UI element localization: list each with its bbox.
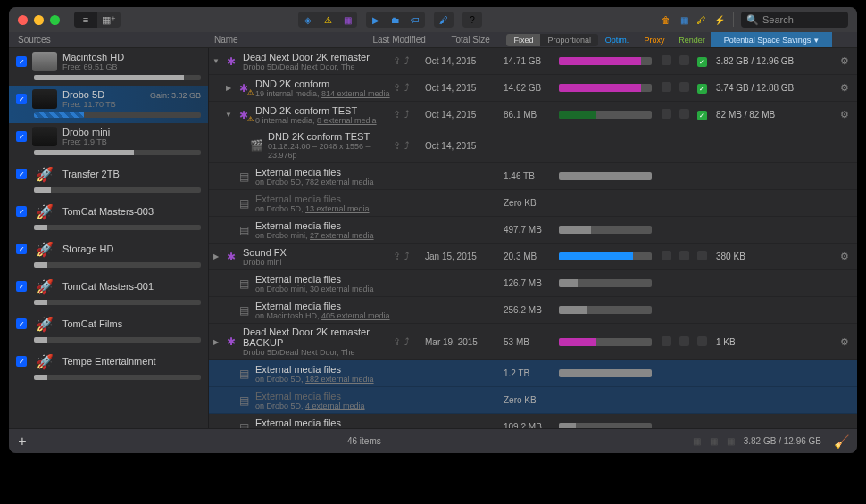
source-item[interactable]: ✓ Drobo mini Free: 1.9 TB <box>9 123 208 161</box>
source-checkbox[interactable]: ✓ <box>16 131 27 142</box>
header-potential[interactable]: Potential Space Savings ▾ <box>711 32 832 47</box>
list-view-button[interactable]: ≡ <box>74 12 97 28</box>
row-checkbox[interactable] <box>657 336 675 348</box>
seg-proportional[interactable]: Proportional <box>540 34 598 46</box>
source-item[interactable]: ✓ Drobo 5D Free: 11.70 TB Gain: 3.82 GB <box>9 86 208 123</box>
source-checkbox[interactable]: ✓ <box>16 318 27 329</box>
warning-filter-icon[interactable]: ⚠ <box>318 12 337 28</box>
reveal-icon[interactable]: ⇪ <box>393 251 401 262</box>
view-mode-segment[interactable]: ≡ ▦⁺ <box>74 12 121 28</box>
tag-icon[interactable]: 🏷 <box>405 12 425 28</box>
row-gear[interactable]: ⚙ <box>832 109 857 120</box>
disclosure-icon[interactable]: ▼ <box>209 57 223 65</box>
action-icons[interactable]: ⇪⤴ <box>393 140 425 152</box>
tool4-icon[interactable]: ⚡ <box>713 13 726 26</box>
action-icons[interactable]: ⇪⤴ <box>393 251 425 262</box>
eject-icon[interactable]: ⤴ <box>404 82 410 94</box>
seg-fixed[interactable]: Fixed <box>506 34 540 46</box>
header-name[interactable]: Name <box>209 35 340 45</box>
reveal-icon[interactable]: ⇪ <box>393 109 401 120</box>
library-list[interactable]: ▼ ✱ Dead Next Door 2K remaster Drobo 5D/… <box>209 48 857 428</box>
row-checkbox[interactable] <box>675 336 693 348</box>
disclosure-icon[interactable]: ▶ <box>209 252 223 260</box>
disclosure-icon[interactable]: ▼ <box>209 111 236 119</box>
list-row[interactable]: ▤ External media files on Drobo 5D, 182 … <box>209 360 857 387</box>
source-item[interactable]: ✓ 🚀 TomCat Masters-003 <box>9 198 208 235</box>
list-row[interactable]: ▶ ✱⚠ DND 2K conform 19 internal media, 8… <box>209 75 857 102</box>
row-checkbox[interactable] <box>657 82 675 94</box>
filter-icon[interactable]: ◈ <box>298 12 318 28</box>
action-icons[interactable]: ⇪⤴ <box>393 82 425 94</box>
source-checkbox[interactable]: ✓ <box>16 356 27 367</box>
row-gear[interactable]: ⚙ <box>832 82 857 94</box>
grid-filter-icon[interactable]: ▦ <box>337 12 357 28</box>
source-checkbox[interactable]: ✓ <box>16 56 27 67</box>
row-checkbox[interactable]: ✓ <box>693 109 711 121</box>
eject-icon[interactable]: ⤴ <box>404 336 410 348</box>
action-icons[interactable]: ⇪⤴ <box>393 336 425 348</box>
list-row[interactable]: ▤ External media files on Drobo 5D, 13 e… <box>209 190 857 217</box>
reveal-icon[interactable]: ⇪ <box>393 82 401 94</box>
sql-icon[interactable]: ▦ <box>678 13 690 26</box>
header-proxy[interactable]: Proxy <box>636 36 673 45</box>
source-checkbox[interactable]: ✓ <box>16 94 27 104</box>
source-checkbox[interactable]: ✓ <box>16 206 27 217</box>
row-checkbox[interactable]: ✓ <box>693 82 711 95</box>
eject-icon[interactable]: ⤴ <box>404 109 410 120</box>
cleanup-icon[interactable]: 🗑 <box>660 13 672 26</box>
row-gear[interactable]: ⚙ <box>832 251 857 262</box>
row-checkbox[interactable] <box>657 251 675 262</box>
source-item[interactable]: ✓ 🚀 Storage HD <box>9 235 208 273</box>
source-checkbox[interactable]: ✓ <box>16 244 27 254</box>
minimize-icon[interactable] <box>34 15 44 25</box>
row-checkbox[interactable] <box>675 251 693 262</box>
header-total-size[interactable]: Total Size <box>451 35 506 45</box>
source-item[interactable]: ✓ 🚀 Tempe Entertainment <box>9 348 208 385</box>
eject-icon[interactable]: ⤴ <box>404 140 410 152</box>
row-checkbox[interactable] <box>657 55 675 67</box>
list-row[interactable]: ▤ External media files on Drobo mini, 30… <box>209 270 857 297</box>
row-checkbox[interactable] <box>675 55 693 67</box>
disclosure-icon[interactable]: ▶ <box>209 338 223 346</box>
sweep-icon[interactable]: 🧹 <box>834 434 857 449</box>
list-row[interactable]: 🎬 DND 2K conform TEST 01:18:24:00 – 2048… <box>209 128 857 163</box>
list-row[interactable]: ▶ ✱ Dead Next Door 2K remaster BACKUP Dr… <box>209 324 857 360</box>
list-row[interactable]: ▼ ✱⚠ DND 2K conform TEST 0 internal medi… <box>209 102 857 128</box>
reveal-icon[interactable]: ⇪ <box>393 140 401 152</box>
header-optim[interactable]: Optim. <box>598 36 636 45</box>
row-checkbox[interactable]: ✓ <box>693 55 711 68</box>
header-render[interactable]: Render <box>673 36 711 45</box>
list-row[interactable]: ▶ ✱ Sound FX Drobo mini ⇪⤴ Jan 15, 2015 … <box>209 244 857 270</box>
bar-scale-segment[interactable]: Fixed Proportional <box>506 34 598 46</box>
maximize-icon[interactable] <box>50 15 60 25</box>
source-item[interactable]: ✓ 🚀 TomCat Films <box>9 310 208 348</box>
row-checkbox[interactable] <box>675 109 693 120</box>
add-button[interactable]: + <box>9 434 36 450</box>
eject-icon[interactable]: ⤴ <box>404 55 410 67</box>
action-icons[interactable]: ⇪⤴ <box>393 55 425 67</box>
tool3-icon[interactable]: 🖋 <box>695 13 708 26</box>
source-checkbox[interactable]: ✓ <box>16 281 27 292</box>
eject-icon[interactable]: ⤴ <box>404 251 410 262</box>
header-last-modified[interactable]: Last Modified <box>372 35 451 45</box>
source-checkbox[interactable]: ✓ <box>16 169 27 179</box>
disclosure-icon[interactable]: ▶ <box>209 84 236 92</box>
source-item[interactable]: ✓ 🚀 Transfer 2TB <box>9 161 208 198</box>
row-checkbox[interactable] <box>693 251 711 262</box>
row-checkbox[interactable] <box>657 109 675 120</box>
reveal-icon[interactable]: ⇪ <box>393 336 401 348</box>
folder-icon[interactable]: 🖿 <box>386 12 405 28</box>
row-gear[interactable]: ⚙ <box>832 336 857 348</box>
list-row[interactable]: ▤ External media files on Drobo mini, 27… <box>209 217 857 244</box>
list-row[interactable]: ▤ External media files on Drobo mini, 18… <box>209 414 857 428</box>
sources-sidebar[interactable]: ✓ Macintosh HD Free: 69.51 GB ✓ Drobo 5D… <box>9 48 209 428</box>
source-item[interactable]: ✓ Macintosh HD Free: 69.51 GB <box>9 48 208 86</box>
list-row[interactable]: ▤ External media files on Drobo 5D, 4 ex… <box>209 387 857 414</box>
reveal-icon[interactable]: ⇪ <box>393 55 401 67</box>
list-row[interactable]: ▤ External media files on Macintosh HD, … <box>209 297 857 324</box>
help-icon[interactable]: ? <box>462 12 482 28</box>
list-row[interactable]: ▼ ✱ Dead Next Door 2K remaster Drobo 5D/… <box>209 48 857 75</box>
row-gear[interactable]: ⚙ <box>832 55 857 67</box>
search-input[interactable]: 🔍 Search <box>741 12 848 28</box>
close-icon[interactable] <box>18 15 28 25</box>
